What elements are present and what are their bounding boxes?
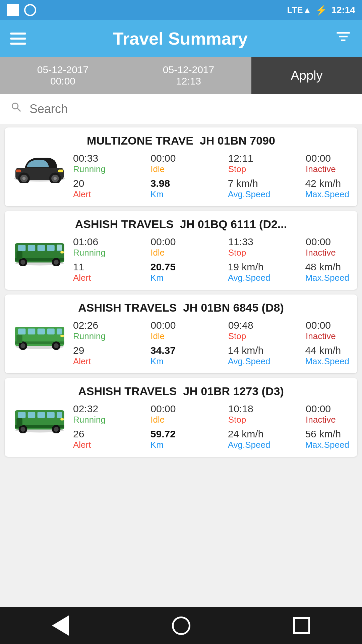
svg-rect-17 bbox=[57, 245, 62, 250]
idle-label-1: Idle bbox=[150, 164, 165, 174]
card-stats-2: 01:06 Running 00:00 Idle 11:33 Stop 00:0… bbox=[73, 236, 349, 283]
svg-rect-24 bbox=[16, 251, 22, 259]
inactive-value-1: 00:00 bbox=[306, 153, 331, 164]
vehicle-name-2: ASHISH TRAVELS JH 01BQ 6111 (D2... bbox=[13, 218, 349, 231]
svg-rect-9 bbox=[16, 170, 21, 172]
stop-value-1: 12:11 bbox=[228, 153, 253, 164]
back-icon bbox=[52, 615, 69, 636]
svg-rect-31 bbox=[57, 329, 62, 335]
vehicle-card-1[interactable]: MULTIZONE TRAVE JH 01BN 7090 bbox=[5, 127, 357, 206]
bottom-navigation bbox=[0, 607, 362, 644]
vehicle-icon-bus-3 bbox=[13, 320, 66, 350]
svg-point-4 bbox=[22, 177, 26, 180]
battery-icon: ⚡ bbox=[315, 5, 327, 16]
svg-rect-51 bbox=[60, 418, 64, 420]
running-value-1: 00:33 bbox=[73, 153, 98, 164]
filter-button[interactable] bbox=[335, 28, 352, 49]
hamburger-line bbox=[10, 43, 26, 45]
svg-point-34 bbox=[20, 343, 25, 348]
vehicle-card-4[interactable]: ASHISH TRAVELS JH 01BR 1273 (D3) bbox=[5, 378, 357, 457]
avgspeed-label-1: Avg.Speed bbox=[228, 189, 270, 200]
home-button[interactable] bbox=[171, 615, 191, 636]
inactive-label-1: Inactive bbox=[306, 164, 336, 174]
page-title: Travel Summary bbox=[113, 29, 248, 49]
back-button[interactable] bbox=[50, 615, 70, 636]
svg-rect-23 bbox=[60, 251, 64, 253]
start-date-button[interactable]: 05-12-2017 00:00 bbox=[0, 57, 126, 94]
end-date: 05-12-2017 bbox=[163, 64, 214, 75]
running-label-1: Running bbox=[73, 164, 106, 174]
svg-rect-30 bbox=[47, 329, 54, 335]
apply-button[interactable]: Apply bbox=[251, 57, 362, 94]
status-right: LTE▲ ⚡ 12:14 bbox=[287, 5, 355, 16]
status-circle-icon bbox=[24, 4, 36, 16]
status-bar: LTE▲ ⚡ 12:14 bbox=[0, 0, 362, 20]
date-filter-bar: 05-12-2017 00:00 05-12-2017 12:13 Apply bbox=[0, 57, 362, 94]
svg-point-7 bbox=[54, 177, 57, 180]
km-value-1: 3.98 bbox=[150, 178, 170, 189]
status-square-icon bbox=[7, 4, 19, 16]
alert-value-1: 20 bbox=[73, 178, 84, 189]
svg-point-36 bbox=[54, 343, 58, 348]
hamburger-line bbox=[10, 33, 26, 35]
recents-button[interactable] bbox=[292, 615, 312, 636]
vehicle-icon-bus-4 bbox=[13, 403, 66, 433]
svg-rect-27 bbox=[18, 329, 25, 335]
start-date: 05-12-2017 bbox=[37, 64, 88, 75]
svg-rect-13 bbox=[28, 245, 35, 251]
card-stats-3: 02:26 Running 00:00 Idle 09:48 Stop 00:0… bbox=[73, 320, 349, 367]
svg-point-20 bbox=[20, 260, 25, 265]
vehicle-icon-bus-2 bbox=[13, 236, 66, 266]
end-date-button[interactable]: 05-12-2017 12:13 bbox=[126, 57, 251, 94]
end-time: 12:13 bbox=[176, 75, 201, 87]
idle-value-1: 00:00 bbox=[150, 153, 176, 164]
alert-label-1: Alert bbox=[73, 189, 91, 200]
home-icon bbox=[172, 616, 190, 635]
svg-rect-45 bbox=[57, 412, 62, 418]
svg-rect-44 bbox=[47, 412, 54, 418]
svg-rect-15 bbox=[47, 245, 54, 251]
vehicle-name-1: MULTIZONE TRAVE JH 01BN 7090 bbox=[13, 134, 349, 147]
status-left bbox=[7, 4, 36, 16]
start-time: 00:00 bbox=[50, 75, 75, 87]
maxspeed-value-1: 42 km/h bbox=[305, 178, 341, 189]
svg-point-22 bbox=[54, 260, 58, 265]
card-stats-4: 02:32 Running 00:00 Idle 10:18 Stop 00:0… bbox=[73, 403, 349, 450]
svg-rect-14 bbox=[38, 245, 45, 251]
svg-point-50 bbox=[54, 427, 58, 432]
menu-button[interactable] bbox=[10, 33, 26, 45]
vehicle-cards-container: MULTIZONE TRAVE JH 01BN 7090 bbox=[0, 124, 362, 607]
svg-rect-52 bbox=[16, 418, 22, 426]
network-icon: LTE▲ bbox=[287, 5, 311, 15]
svg-rect-38 bbox=[16, 335, 22, 343]
vehicle-name-4: ASHISH TRAVELS JH 01BR 1273 (D3) bbox=[13, 385, 349, 398]
app-header: Travel Summary bbox=[0, 20, 362, 57]
svg-rect-43 bbox=[38, 412, 45, 418]
svg-rect-37 bbox=[60, 335, 64, 337]
card-stats-1: 00:33 Running 00:00 Idle 12:11 Stop 00:0… bbox=[73, 153, 349, 200]
stop-label-1: Stop bbox=[228, 164, 246, 174]
svg-rect-29 bbox=[38, 329, 45, 335]
search-bar bbox=[0, 94, 362, 124]
svg-rect-41 bbox=[18, 412, 25, 418]
maxspeed-label-1: Max.Speed bbox=[305, 189, 349, 200]
search-input[interactable] bbox=[29, 102, 352, 116]
svg-rect-28 bbox=[28, 329, 35, 335]
hamburger-line bbox=[10, 38, 26, 40]
vehicle-name-3: ASHISH TRAVELS JH 01BN 6845 (D8) bbox=[13, 301, 349, 314]
svg-point-48 bbox=[20, 427, 25, 432]
time-display: 12:14 bbox=[331, 5, 355, 15]
km-label-1: Km bbox=[150, 189, 164, 200]
search-icon bbox=[10, 101, 23, 117]
vehicle-card-3[interactable]: ASHISH TRAVELS JH 01BN 6845 (D8) bbox=[5, 294, 357, 373]
vehicle-icon-car bbox=[13, 153, 66, 183]
recents-icon bbox=[293, 617, 310, 634]
avgspeed-value-1: 7 km/h bbox=[228, 178, 258, 189]
svg-rect-8 bbox=[58, 170, 63, 172]
svg-rect-42 bbox=[28, 412, 35, 418]
vehicle-card-2[interactable]: ASHISH TRAVELS JH 01BQ 6111 (D2... bbox=[5, 211, 357, 290]
svg-rect-12 bbox=[18, 245, 25, 251]
